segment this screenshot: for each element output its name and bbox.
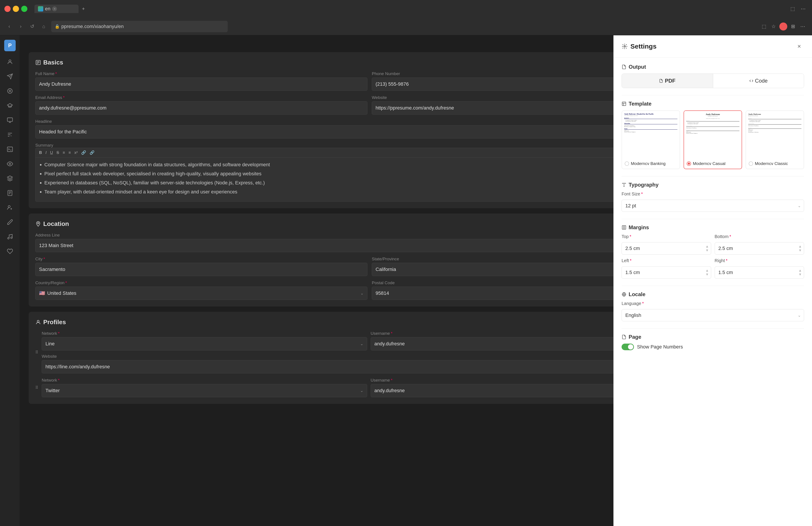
settings-close-button[interactable]: × <box>794 42 804 51</box>
address-bar[interactable]: 🔒 ppresume.com/xiaohanyu/en <box>51 21 228 32</box>
top-margin-down[interactable]: ▼ <box>706 248 709 252</box>
profile-avatar[interactable] <box>779 23 787 30</box>
bookmark-icon[interactable]: ☆ <box>770 23 778 30</box>
template-icon <box>622 101 626 106</box>
bold-button[interactable]: B <box>38 150 43 155</box>
sidebar-item-terminal[interactable] <box>4 143 16 155</box>
extensions-icon[interactable]: ⬚ <box>760 23 768 30</box>
left-margin-down[interactable]: ▼ <box>706 273 709 276</box>
drag-handle-1[interactable]: ⠿ <box>35 350 38 355</box>
bottom-margin-up[interactable]: ▲ <box>798 245 802 248</box>
profile-2-network-select[interactable]: Twitter ⌄ <box>42 384 367 397</box>
headline-input[interactable] <box>35 125 704 139</box>
pdf-icon <box>659 79 663 83</box>
template-classic[interactable]: Andy Dufresne Headed for the Pacific Bas… <box>745 110 804 169</box>
address-input[interactable] <box>35 239 704 252</box>
sidebar-item-education[interactable] <box>4 99 16 112</box>
right-margin-down[interactable]: ▼ <box>798 273 802 276</box>
template-casual[interactable]: Andy Dufresne Headed for the Pacific and… <box>684 110 742 169</box>
full-name-field: Full Name * <box>35 71 367 91</box>
sidebar-item-pencil[interactable] <box>4 216 16 228</box>
sidebar-item-music[interactable] <box>4 230 16 243</box>
browser-toolbar-right: ⬚ ⋯ <box>788 4 808 13</box>
font-size-select[interactable]: 12 pt 10 pt 11 pt 13 pt 14 pt <box>622 200 804 212</box>
sidebar-item-monitor[interactable] <box>4 114 16 126</box>
divider-2 <box>622 176 804 176</box>
page-icon <box>622 335 626 339</box>
full-name-input[interactable] <box>35 77 367 91</box>
sidebar-item-eye[interactable] <box>4 158 16 170</box>
template-classic-radio[interactable] <box>749 161 753 166</box>
align-left-icon[interactable]: ≡ <box>62 150 66 155</box>
settings-body: Output PDF Code Tem <box>614 58 812 526</box>
bottom-margin-down[interactable]: ▼ <box>798 248 802 252</box>
close-button[interactable] <box>4 6 11 12</box>
page-title: Page <box>622 334 804 340</box>
summary-label: Summary <box>35 143 704 148</box>
sidebar-item-document[interactable] <box>4 187 16 199</box>
forward-button[interactable]: › <box>17 23 25 30</box>
template-banking[interactable]: Andy Dufresne | Headed for the Pacific a… <box>622 110 680 169</box>
browser-menu-icon[interactable]: ⋯ <box>799 4 808 13</box>
back-button[interactable]: ‹ <box>5 23 13 30</box>
more-tools-icon[interactable]: ⋯ <box>799 23 807 30</box>
top-margin-up[interactable]: ▲ <box>706 245 709 248</box>
tab-favicon <box>38 6 43 12</box>
refresh-button[interactable]: ↺ <box>28 23 36 30</box>
strikethrough-button[interactable]: S <box>56 150 60 155</box>
svg-rect-7 <box>7 147 12 152</box>
browser-extensions-icon[interactable]: ⬚ <box>788 4 797 13</box>
top-margin-field: Top * ▲ ▼ <box>622 234 711 255</box>
pdf-button[interactable]: PDF <box>622 74 713 88</box>
new-tab-button[interactable]: + <box>79 5 87 13</box>
font-size-label: Font Size * <box>622 191 804 197</box>
italic-button[interactable]: I <box>45 150 47 155</box>
margins-section: Margins Top * ▲ ▼ <box>622 224 804 279</box>
code-button[interactable]: Code <box>713 74 804 88</box>
profile-1-website-label: Website <box>42 354 696 359</box>
sidebar-item-typography[interactable]: A <box>4 129 16 141</box>
template-casual-radio[interactable] <box>687 161 691 166</box>
drag-handle-2[interactable]: ⠿ <box>35 385 38 390</box>
profiles-section: Profiles ⋯ ⠿ Network * Line ⌄ <box>29 312 710 404</box>
right-margin-field: Right * ▲ ▼ <box>715 258 804 279</box>
home-button[interactable]: ⌂ <box>40 23 48 30</box>
sidebar-item-send[interactable] <box>4 70 16 83</box>
show-page-numbers-toggle[interactable] <box>622 344 634 350</box>
sidebar-item-layers[interactable] <box>4 172 16 185</box>
superscript-icon[interactable]: x² <box>73 150 78 155</box>
sidebar-item-heart[interactable] <box>4 245 16 257</box>
align-center-icon[interactable]: ≡ <box>68 150 72 155</box>
sidebar-item-user[interactable] <box>4 56 16 68</box>
svg-point-10 <box>8 205 10 208</box>
sidebar-toggle-icon[interactable]: ⊞ <box>789 23 797 30</box>
sidebar-item-profile[interactable] <box>4 85 16 97</box>
sidebar-item-add-user[interactable] <box>4 201 16 214</box>
summary-textarea[interactable]: Computer Science major with strong found… <box>35 157 704 202</box>
basics-section: Basics ⋯ Full Name * Phone Number <box>29 52 710 208</box>
tab-close-button[interactable]: × <box>52 6 57 11</box>
browser-tab[interactable]: en × <box>34 5 78 13</box>
right-margin-up[interactable]: ▲ <box>798 269 802 272</box>
profile-1-network-select[interactable]: Line ⌄ <box>42 337 367 351</box>
minimize-button[interactable] <box>13 6 19 12</box>
profile-1-network-field: Network * Line ⌄ <box>42 331 367 351</box>
profile-2-network-label: Network * <box>42 378 367 383</box>
language-select[interactable]: English Chinese Spanish French <box>622 309 804 321</box>
maximize-button[interactable] <box>21 6 27 12</box>
template-banking-radio[interactable] <box>625 161 629 166</box>
underline-button[interactable]: U <box>49 150 54 155</box>
country-select[interactable]: 🇺🇸 United States ⌄ <box>35 287 367 300</box>
top-margin-input[interactable] <box>622 242 711 255</box>
right-margin-input[interactable] <box>715 266 804 279</box>
language-field: Language * English Chinese Spanish Frenc… <box>622 301 804 321</box>
language-select-wrap: English Chinese Spanish French <box>622 309 804 321</box>
bottom-margin-input[interactable] <box>715 242 804 255</box>
unlink-icon[interactable]: 🔗 <box>89 150 95 155</box>
link-icon[interactable]: 🔗 <box>80 150 87 155</box>
profile-1-website-input[interactable] <box>42 360 696 373</box>
city-input[interactable] <box>35 263 367 276</box>
email-input[interactable] <box>35 101 367 115</box>
left-margin-up[interactable]: ▲ <box>706 269 709 272</box>
left-margin-input[interactable] <box>622 266 711 279</box>
